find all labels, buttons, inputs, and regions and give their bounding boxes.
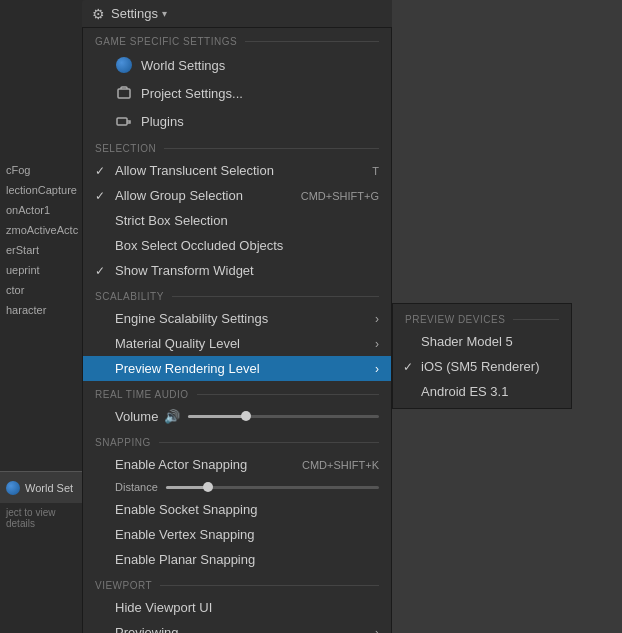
allow-group-label: Allow Group Selection xyxy=(115,188,293,203)
submenu-item-shader-model-5[interactable]: Shader Model 5 xyxy=(393,329,571,354)
sidebar-item-cfog: cFog xyxy=(0,160,90,180)
menu-item-previewing[interactable]: Previewing › xyxy=(83,620,391,633)
world-set-tab-label: World Set xyxy=(25,482,73,494)
menu-item-allow-translucent[interactable]: ✓ Allow Translucent Selection T xyxy=(83,158,391,183)
globe-icon xyxy=(115,56,133,74)
shortcut-allow-group: CMD+SHIFT+G xyxy=(301,190,379,202)
volume-slider-thumb[interactable] xyxy=(241,411,251,421)
section-game-specific: GAME SPECIFIC SETTINGS xyxy=(83,28,391,51)
settings-dropdown-menu: GAME SPECIFIC SETTINGS World Settings Pr… xyxy=(82,28,392,633)
sidebar-item-zmoactiveactc: zmoActiveActc xyxy=(0,220,90,240)
plugin-icon xyxy=(115,112,133,130)
editor-sidebar: cFog lectionCapture onActor1 zmoActiveAc… xyxy=(0,0,90,633)
check-show-transform: ✓ xyxy=(95,264,105,278)
android-es31-label: Android ES 3.1 xyxy=(421,384,508,399)
svg-rect-1 xyxy=(117,118,127,125)
check-allow-group: ✓ xyxy=(95,189,105,203)
menu-item-hide-viewport-ui[interactable]: Hide Viewport UI xyxy=(83,595,391,620)
enable-vertex-label: Enable Vertex Snapping xyxy=(115,527,379,542)
material-quality-label: Material Quality Level xyxy=(115,336,371,351)
section-selection: SELECTION xyxy=(83,135,391,158)
menu-item-enable-socket[interactable]: Enable Socket Snapping xyxy=(83,497,391,522)
engine-scalability-label: Engine Scalability Settings xyxy=(115,311,371,326)
menu-item-show-transform[interactable]: ✓ Show Transform Widget xyxy=(83,258,391,283)
section-scalability: SCALABILITY xyxy=(83,283,391,306)
menu-item-allow-group[interactable]: ✓ Allow Group Selection CMD+SHIFT+G xyxy=(83,183,391,208)
allow-translucent-label: Allow Translucent Selection xyxy=(115,163,364,178)
section-real-time-audio: REAL TIME AUDIO xyxy=(83,381,391,404)
distance-slider-thumb[interactable] xyxy=(203,482,213,492)
volume-slider[interactable] xyxy=(188,415,379,418)
volume-icon: 🔊 xyxy=(164,409,180,424)
bottom-hint-text: ject to view details xyxy=(0,503,90,533)
volume-slider-fill xyxy=(188,415,245,418)
settings-title: Settings xyxy=(111,6,158,21)
gear-icon: ⚙ xyxy=(92,6,105,22)
menu-item-strict-box[interactable]: Strict Box Selection xyxy=(83,208,391,233)
sidebar-item-lectioncapture: lectionCapture xyxy=(0,180,90,200)
shortcut-enable-actor: CMD+SHIFT+K xyxy=(302,459,379,471)
plugins-label: Plugins xyxy=(141,114,379,129)
check-ios-sm5: ✓ xyxy=(403,360,413,374)
arrow-material-quality: › xyxy=(375,337,379,351)
arrow-previewing: › xyxy=(375,626,379,634)
section-snapping: SNAPPING xyxy=(83,429,391,452)
menu-item-world-settings[interactable]: World Settings xyxy=(83,51,391,79)
ios-sm5-label: iOS (SM5 Renderer) xyxy=(421,359,539,374)
volume-row: Volume 🔊 xyxy=(83,404,391,429)
sidebar-item-ueprint: ueprint xyxy=(0,260,90,280)
previewing-label: Previewing xyxy=(115,625,371,633)
svg-rect-0 xyxy=(118,89,130,98)
enable-socket-label: Enable Socket Snapping xyxy=(115,502,379,517)
project-icon xyxy=(115,84,133,102)
distance-slider-fill xyxy=(166,486,209,489)
shortcut-allow-translucent: T xyxy=(372,165,379,177)
volume-label: Volume xyxy=(115,409,158,424)
world-set-globe-icon xyxy=(6,481,20,495)
menu-item-enable-planar[interactable]: Enable Planar Snapping xyxy=(83,547,391,572)
sidebar-item-ctor: ctor xyxy=(0,280,90,300)
menu-item-material-quality[interactable]: Material Quality Level › xyxy=(83,331,391,356)
menu-item-box-select-occluded[interactable]: Box Select Occluded Objects xyxy=(83,233,391,258)
preview-rendering-label: Preview Rendering Level xyxy=(115,361,371,376)
submenu-item-android-es31[interactable]: Android ES 3.1 xyxy=(393,379,571,404)
box-select-occluded-label: Box Select Occluded Objects xyxy=(115,238,379,253)
submenu-item-ios-sm5[interactable]: ✓ iOS (SM5 Renderer) xyxy=(393,354,571,379)
preview-devices-submenu: PREVIEW DEVICES Shader Model 5 ✓ iOS (SM… xyxy=(392,303,572,409)
hide-viewport-ui-label: Hide Viewport UI xyxy=(115,600,379,615)
sidebar-item-erstart: erStart xyxy=(0,240,90,260)
project-settings-label: Project Settings... xyxy=(141,86,379,101)
distance-row: Distance xyxy=(83,477,391,497)
chevron-down-icon: ▾ xyxy=(162,8,167,19)
distance-label: Distance xyxy=(115,481,158,493)
enable-planar-label: Enable Planar Snapping xyxy=(115,552,379,567)
sidebar-item-onactor1: onActor1 xyxy=(0,200,90,220)
menu-item-enable-vertex[interactable]: Enable Vertex Snapping xyxy=(83,522,391,547)
enable-actor-label: Enable Actor Snapping xyxy=(115,457,294,472)
menu-item-engine-scalability[interactable]: Engine Scalability Settings › xyxy=(83,306,391,331)
world-set-tab[interactable]: World Set xyxy=(0,471,90,503)
menu-item-preview-rendering[interactable]: Preview Rendering Level › xyxy=(83,356,391,381)
menu-item-project-settings[interactable]: Project Settings... xyxy=(83,79,391,107)
sidebar-item-haracter: haracter xyxy=(0,300,90,320)
show-transform-label: Show Transform Widget xyxy=(115,263,379,278)
arrow-preview-rendering: › xyxy=(375,362,379,376)
shader-model-5-label: Shader Model 5 xyxy=(421,334,513,349)
settings-titlebar[interactable]: ⚙ Settings ▾ xyxy=(82,0,392,28)
check-allow-translucent: ✓ xyxy=(95,164,105,178)
menu-item-enable-actor[interactable]: Enable Actor Snapping CMD+SHIFT+K xyxy=(83,452,391,477)
submenu-section-preview-devices: PREVIEW DEVICES xyxy=(393,308,571,329)
menu-item-plugins[interactable]: Plugins xyxy=(83,107,391,135)
arrow-engine-scalability: › xyxy=(375,312,379,326)
sidebar-items-list: cFog lectionCapture onActor1 zmoActiveAc… xyxy=(0,160,90,320)
strict-box-label: Strict Box Selection xyxy=(115,213,379,228)
world-settings-label: World Settings xyxy=(141,58,379,73)
section-viewport: VIEWPORT xyxy=(83,572,391,595)
distance-slider[interactable] xyxy=(166,486,379,489)
